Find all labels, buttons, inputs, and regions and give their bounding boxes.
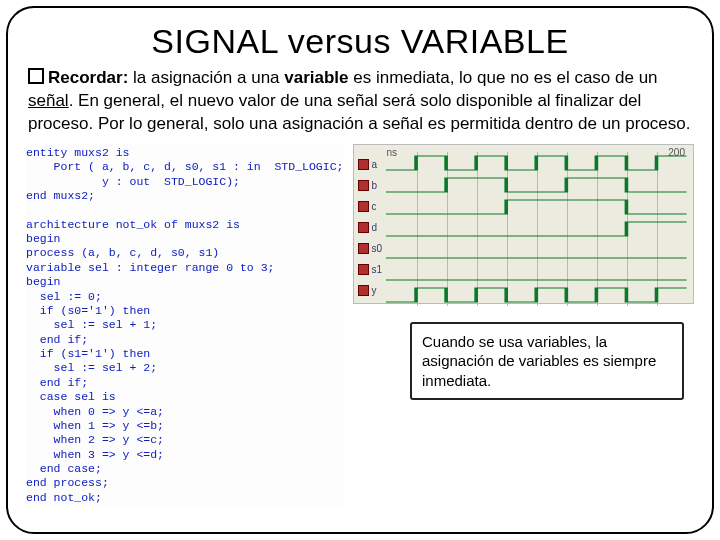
wave-row: d bbox=[382, 219, 687, 239]
vhdl-code-block: entity muxs2 is Port ( a, b, c, d, s0, s… bbox=[26, 144, 343, 507]
wave-signal-label: c bbox=[358, 201, 376, 212]
wave-row: b bbox=[382, 175, 687, 195]
signal-marker-icon bbox=[358, 243, 369, 254]
wave-track bbox=[386, 264, 687, 282]
signal-marker-icon bbox=[358, 264, 369, 275]
signal-marker-icon bbox=[358, 180, 369, 191]
signal-marker-icon bbox=[358, 159, 369, 170]
wave-row: c bbox=[382, 197, 687, 217]
wave-row: y bbox=[382, 285, 687, 305]
body-paragraph: Recordar: la asignación a una variable e… bbox=[28, 67, 692, 136]
callout-box: Cuando se usa variables, la asignación d… bbox=[410, 322, 684, 401]
wave-row: a bbox=[382, 153, 687, 173]
wave-track bbox=[386, 154, 687, 172]
wave-signal-label: b bbox=[358, 180, 377, 191]
content-row: entity muxs2 is Port ( a, b, c, d, s0, s… bbox=[26, 144, 694, 507]
wave-track bbox=[386, 286, 687, 304]
wave-track bbox=[386, 242, 687, 260]
slide-frame: SIGNAL versus VARIABLE Recordar: la asig… bbox=[6, 6, 714, 534]
right-column: ns 200 abcds0s1y Cuando se usa variables… bbox=[353, 144, 694, 507]
wave-signal-label: d bbox=[358, 222, 377, 233]
wave-track bbox=[386, 220, 687, 238]
signal-marker-icon bbox=[358, 222, 369, 233]
wave-row: s0 bbox=[382, 241, 687, 261]
wave-signal-label: y bbox=[358, 285, 376, 296]
signal-marker-icon bbox=[358, 285, 369, 296]
signal-marker-icon bbox=[358, 201, 369, 212]
waveform-panel: ns 200 abcds0s1y bbox=[353, 144, 694, 304]
bullet-icon bbox=[28, 68, 44, 84]
wave-signal-label: s1 bbox=[358, 264, 382, 275]
body-rest: la asignación a una variable es inmediat… bbox=[28, 68, 690, 133]
wave-row: s1 bbox=[382, 263, 687, 283]
lead-word: Recordar: bbox=[48, 68, 128, 87]
slide-title: SIGNAL versus VARIABLE bbox=[26, 22, 694, 61]
wave-track bbox=[386, 176, 687, 194]
wave-signal-label: s0 bbox=[358, 243, 382, 254]
wave-signal-label: a bbox=[358, 159, 377, 170]
wave-track bbox=[386, 198, 687, 216]
